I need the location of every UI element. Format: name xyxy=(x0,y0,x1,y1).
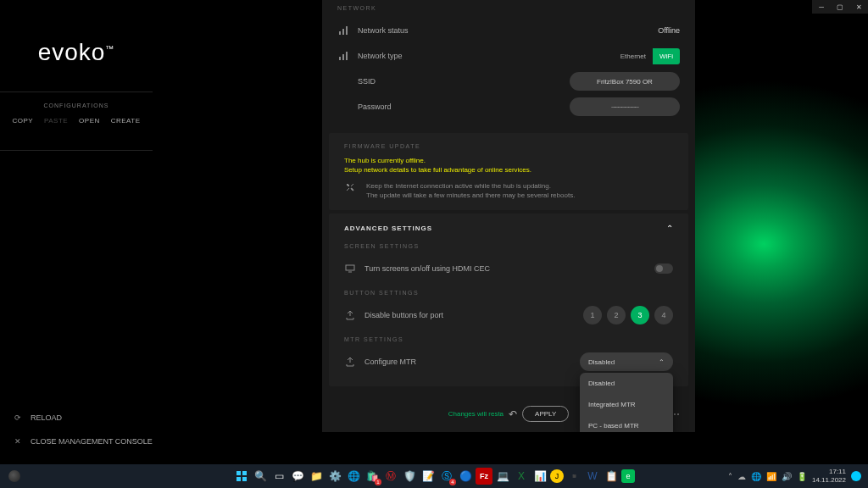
app-icon-yellow[interactable]: J xyxy=(550,469,564,483)
store-icon[interactable]: 🛍️1 xyxy=(364,468,381,485)
close-icon: ✕ xyxy=(12,435,24,447)
cec-label: Turn screens on/off using HDMI CEC xyxy=(364,264,490,273)
explorer-icon[interactable]: 📁 xyxy=(308,468,325,485)
volume-icon[interactable]: 🔊 xyxy=(782,472,792,481)
security-icon[interactable]: 🛡️ xyxy=(401,468,418,485)
offline-warning: The hub is currently offline. Setup netw… xyxy=(344,156,673,175)
taskview-icon[interactable]: ▭ xyxy=(270,468,287,485)
firmware-header: FIRMWARE UPDATE xyxy=(344,143,673,149)
paste-action: PASTE xyxy=(44,117,68,125)
putty-icon[interactable]: 💻 xyxy=(494,468,511,485)
mtr-label: Configure MTR xyxy=(364,358,416,366)
terminal-icon[interactable]: ▪️ xyxy=(565,468,582,485)
ethernet-option[interactable]: Ethernet xyxy=(614,48,653,64)
chevron-up-icon: ⌃ xyxy=(666,224,673,233)
mtr-option-pc[interactable]: PC - based MTR xyxy=(580,415,673,432)
upload-icon xyxy=(344,356,356,368)
upload-icon xyxy=(344,309,356,321)
ssid-input[interactable]: Fritz!Box 7590 OR xyxy=(570,72,680,91)
mtr-dropdown-menu: Disabled Integrated MTR PC - based MTR xyxy=(580,373,673,432)
chrome-icon[interactable]: 🔵 xyxy=(457,468,474,485)
skype-icon[interactable]: Ⓢ4 xyxy=(438,468,455,485)
network-status-value: Offline xyxy=(658,26,680,35)
taskbar: 🔍 ▭ 💬 📁 ⚙️ 🌐 🛍️1 Ⓜ 🛡️ 📝 Ⓢ4 🔵 Fz 💻 X 📊 J … xyxy=(0,464,868,488)
port-3[interactable]: 3 xyxy=(631,306,649,324)
language-icon[interactable]: 🌐 xyxy=(751,472,761,481)
network-status-label: Network status xyxy=(358,26,409,35)
ssid-label: SSID xyxy=(358,77,376,86)
mtr-option-integrated[interactable]: Integrated MTR xyxy=(580,394,673,415)
close-console-button[interactable]: ✕ CLOSE MANAGEMENT CONSOLE xyxy=(12,435,153,447)
battery-icon[interactable]: 🔋 xyxy=(797,472,807,481)
svg-rect-10 xyxy=(236,477,241,481)
sidebar-actions: COPY PASTE OPEN CREATE xyxy=(0,117,153,125)
evoko-icon[interactable]: e xyxy=(621,469,635,483)
open-action[interactable]: OPEN xyxy=(79,117,100,125)
notes-icon[interactable]: 📝 xyxy=(420,468,437,485)
network-header: NETWORK xyxy=(337,5,680,11)
signal-icon xyxy=(337,25,349,36)
system-tray: ˄ ☁ 🌐 📶 🔊 🔋 17:11 14.11.2022 xyxy=(728,468,861,485)
port-2[interactable]: 2 xyxy=(607,306,626,324)
clock[interactable]: 17:11 14.11.2022 xyxy=(812,468,846,485)
tools-icon xyxy=(344,181,356,193)
port-1[interactable]: 1 xyxy=(583,306,602,324)
wifi-option[interactable]: WiFi xyxy=(653,48,680,64)
app-icon-2[interactable]: 📋 xyxy=(603,468,620,485)
mcafee-icon[interactable]: Ⓜ xyxy=(382,468,399,485)
mtr-settings-header: MTR SETTINGS xyxy=(344,336,673,342)
svg-rect-11 xyxy=(242,477,247,481)
firmware-info: Keep the Internet connection active whil… xyxy=(366,181,575,200)
monitor-icon xyxy=(344,263,356,274)
svg-rect-2 xyxy=(346,26,348,35)
network-type-toggle[interactable]: Ethernet WiFi xyxy=(614,48,680,64)
taskbar-widgets[interactable] xyxy=(8,470,20,482)
filezilla-icon[interactable]: Fz xyxy=(476,468,492,485)
notification-badge[interactable] xyxy=(851,471,861,481)
settings-icon[interactable]: ⚙️ xyxy=(326,468,343,485)
maximize-button[interactable]: ▢ xyxy=(831,0,849,14)
password-label: Password xyxy=(358,103,392,111)
svg-rect-3 xyxy=(339,57,341,60)
close-button[interactable]: ✕ xyxy=(849,0,868,14)
svg-rect-4 xyxy=(342,54,344,60)
chevron-up-icon[interactable]: ˄ xyxy=(728,472,732,481)
port-4[interactable]: 4 xyxy=(654,306,673,324)
app-icon[interactable]: 📊 xyxy=(531,468,548,485)
edge-icon[interactable]: 🌐 xyxy=(345,468,362,485)
reload-button[interactable]: ⟳ RELOAD xyxy=(12,412,153,424)
taskbar-apps: 🔍 ▭ 💬 📁 ⚙️ 🌐 🛍️1 Ⓜ 🛡️ 📝 Ⓢ4 🔵 Fz 💻 X 📊 J … xyxy=(233,468,635,485)
onedrive-icon[interactable]: ☁ xyxy=(737,472,746,481)
signal-icon xyxy=(337,50,349,62)
word-icon[interactable]: W xyxy=(584,468,601,485)
excel-icon[interactable]: X xyxy=(513,468,530,485)
cec-toggle[interactable] xyxy=(654,263,673,274)
svg-rect-9 xyxy=(242,471,247,475)
weather-icon xyxy=(8,470,20,482)
mtr-option-disabled[interactable]: Disabled xyxy=(580,373,673,394)
disable-ports-label: Disable buttons for port xyxy=(364,311,443,319)
svg-rect-1 xyxy=(342,29,344,35)
svg-rect-6 xyxy=(346,265,354,270)
app-logo: evoko™ xyxy=(0,39,153,66)
button-settings-header: BUTTON SETTINGS xyxy=(344,290,673,296)
search-icon[interactable]: 🔍 xyxy=(252,468,269,485)
mtr-dropdown[interactable]: Disabled ⌃ Disabled Integrated MTR PC - … xyxy=(580,352,673,371)
port-selector: 1 2 3 4 xyxy=(583,306,673,324)
create-action[interactable]: CREATE xyxy=(111,117,141,125)
password-input[interactable] xyxy=(570,97,680,116)
svg-rect-8 xyxy=(236,471,241,475)
copy-action[interactable]: COPY xyxy=(12,117,33,125)
main-panel: NETWORK Network status Offline Network t… xyxy=(322,0,695,432)
sidebar: evoko™ CONFIGURATIONS COPY PASTE OPEN CR… xyxy=(0,0,153,464)
apply-button[interactable]: APPLY xyxy=(522,406,569,422)
svg-rect-5 xyxy=(346,52,348,60)
undo-button[interactable]: ↶ xyxy=(509,408,517,420)
chat-icon[interactable]: 💬 xyxy=(289,468,306,485)
wifi-icon[interactable]: 📶 xyxy=(766,472,776,481)
changes-note: Changes will resta xyxy=(448,410,504,418)
minimize-button[interactable]: ─ xyxy=(812,0,831,14)
advanced-toggle[interactable]: ADVANCED SETTINGS ⌃ xyxy=(329,214,688,243)
network-type-label: Network type xyxy=(358,52,403,60)
start-button[interactable] xyxy=(233,468,250,485)
